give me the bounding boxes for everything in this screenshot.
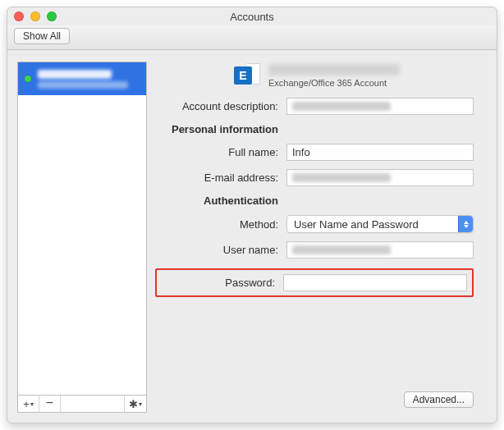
email-label: E-mail address:	[155, 172, 278, 184]
content-area: + ▾ − ✱ ▾ E	[7, 50, 497, 423]
account-actions-button[interactable]: ✱ ▾	[125, 396, 146, 412]
window-title: Accounts	[7, 11, 497, 23]
full-name-label: Full name:	[155, 146, 278, 158]
account-list	[17, 62, 147, 395]
account-header: E Exchange/Office 365 Account	[155, 62, 487, 98]
account-description-label: Account description:	[155, 100, 278, 112]
personal-info-heading: Personal information	[155, 123, 278, 135]
account-email-redacted	[38, 81, 128, 89]
account-description-input[interactable]	[286, 98, 474, 115]
advanced-button[interactable]: Advanced...	[404, 391, 474, 408]
caret-down-icon: ▾	[30, 400, 34, 408]
zoom-icon[interactable]	[47, 11, 57, 21]
exchange-icon: E	[234, 63, 260, 88]
sidebar-footer-spacer	[61, 396, 125, 412]
method-value: User Name and Password	[294, 218, 419, 231]
plus-icon: +	[23, 398, 30, 410]
add-account-button[interactable]: + ▾	[18, 396, 39, 412]
titlebar: Accounts	[7, 7, 497, 25]
username-label: User name:	[155, 244, 278, 256]
window-controls	[14, 11, 57, 21]
caret-down-icon: ▾	[139, 400, 142, 408]
account-title-redacted	[268, 64, 400, 75]
minimize-icon[interactable]	[30, 11, 40, 21]
account-item-text	[38, 70, 140, 89]
full-name-input[interactable]	[286, 144, 474, 161]
status-online-icon	[25, 75, 31, 82]
main-panel: E Exchange/Office 365 Account Account de…	[155, 62, 487, 413]
minus-icon: −	[46, 396, 53, 410]
authentication-heading: Authentication	[155, 194, 278, 207]
account-name-redacted	[38, 70, 112, 79]
accounts-window: Accounts Show All + ▾	[7, 7, 497, 423]
username-input[interactable]	[286, 241, 474, 258]
main-footer: Advanced...	[155, 391, 487, 413]
remove-account-button[interactable]: −	[39, 396, 61, 412]
method-label: Method:	[155, 218, 278, 231]
toolbar: Show All	[7, 25, 497, 50]
email-input[interactable]	[286, 169, 474, 186]
gear-icon: ✱	[129, 398, 138, 410]
account-item-selected[interactable]	[18, 62, 146, 95]
show-all-button[interactable]: Show All	[14, 28, 70, 44]
password-input[interactable]	[283, 274, 467, 291]
sidebar-footer: + ▾ − ✱ ▾	[17, 395, 147, 413]
account-form: Account description: Personal informatio…	[155, 98, 487, 297]
account-type-label: Exchange/Office 365 Account	[268, 78, 400, 88]
select-arrows-icon	[458, 216, 473, 232]
sidebar: + ▾ − ✱ ▾	[17, 62, 147, 413]
method-select[interactable]: User Name and Password	[286, 215, 474, 233]
password-highlight: Password:	[155, 268, 474, 297]
password-label: Password:	[157, 277, 275, 289]
close-icon[interactable]	[14, 11, 24, 21]
